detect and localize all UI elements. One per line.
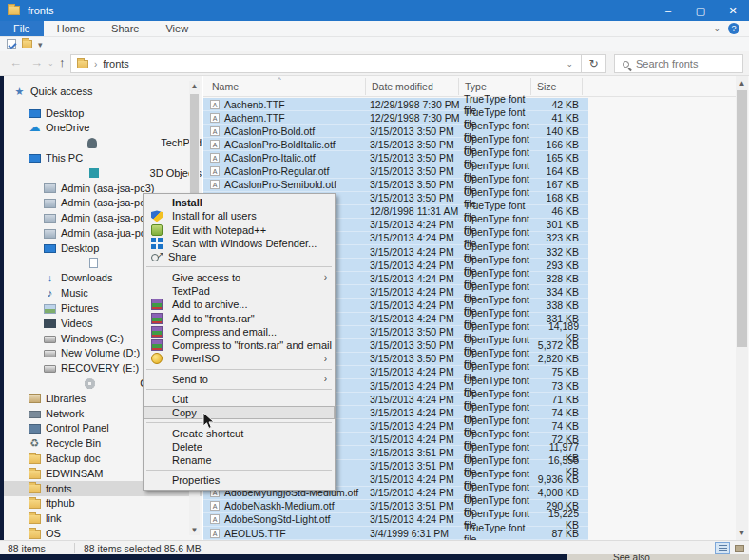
menu-item-install-for-all-users[interactable]: Install for all users [144,209,335,222]
address-bar[interactable]: › fronts ⌄ [70,54,582,73]
qat-new-folder-icon[interactable] [22,40,32,48]
date-modified-cell: 3/15/2013 3:51 PM [370,500,464,512]
menu-item-add-to-fronts-rar[interactable]: Add to "fronts.rar" [144,311,335,324]
search-input[interactable]: Search fronts [614,54,743,73]
cube-icon [89,168,99,178]
close-button[interactable]: ✕ [717,0,749,21]
desktop-background-strip: See also [0,554,749,560]
menu-item-install[interactable]: Install [144,196,335,209]
table-row[interactable]: AAEOLUS.TTF3/4/1999 6:31 PMTrueType font… [203,527,588,540]
menu-item-share[interactable]: Share [144,250,335,263]
scroll-up-icon[interactable]: ▲ [736,78,748,88]
sidebar-item-desktop[interactable]: Desktop [4,106,202,121]
drive-icon [44,336,56,343]
menu-item-scan-with-windows-defender[interactable]: Scan with Windows Defender... [144,237,335,250]
menu-item-poweriso[interactable]: PowerISO› [144,352,335,365]
menu-item-label: TextPad [172,285,210,297]
filelist-scroll-thumb[interactable] [737,90,747,347]
menu-item-copy[interactable]: Copy [144,406,335,419]
menu-item-add-to-archive[interactable]: Add to archive... [144,298,335,311]
sidebar-item-ftphub[interactable]: ftphub [4,496,202,512]
menu-item-textpad[interactable]: TextPad [144,284,335,298]
size-cell: 5,372 KB [536,339,583,351]
ribbon-expand-icon[interactable]: ⌄ [713,24,720,33]
file-name-cell: AAachenn.TTF [210,112,370,124]
date-modified-cell: 3/15/2013 4:24 PM [370,487,464,498]
sidebar-item-link[interactable]: link [4,511,202,526]
back-button[interactable]: ← [10,55,22,69]
menu-item-delete[interactable]: Delete [144,440,335,454]
sidebar-item-quick-access[interactable]: Quick access [4,84,202,99]
tab-file[interactable]: File [0,21,44,36]
recycle-icon [29,437,41,449]
scroll-down-icon[interactable]: ▼ [189,525,200,535]
sidebar-item-3d-objects[interactable]: 3D Objects [4,165,202,181]
sidebar-item-os[interactable]: OS [4,526,202,540]
font-file-icon: A [210,180,220,189]
menu-item-create-shortcut[interactable]: Create shortcut [144,426,335,439]
date-modified-cell: 3/15/2013 4:24 PM [370,420,464,432]
size-cell: 323 KB [536,232,583,243]
size-cell: 46 KB [536,205,583,217]
filelist-scrollbar[interactable]: ▲ ▼ [736,76,748,540]
items-count: 88 items [8,543,46,554]
minimize-button[interactable]: – [652,0,684,21]
size-cell: 73 KB [536,380,583,392]
menu-item-rename[interactable]: Rename [144,454,335,467]
winrar-icon [151,326,163,338]
menu-item-compress-to-fronts-rar-and-email[interactable]: Compress to "fronts.rar" and email [144,338,335,352]
column-header-type[interactable]: Type [465,81,487,92]
column-header-size[interactable]: Size [537,81,556,92]
menu-item-label: Edit with Notepad++ [172,224,266,236]
qat-customize-icon[interactable]: ▾ [38,40,43,49]
breadcrumb[interactable]: fronts [103,58,129,69]
qat-properties-icon[interactable] [7,39,16,49]
column-header-date[interactable]: Date modified [372,81,433,92]
menu-item-send-to[interactable]: Send to› [144,373,335,386]
up-button[interactable]: ↑ [59,55,66,69]
tab-home[interactable]: Home [44,21,98,36]
forward-button[interactable]: → [30,55,43,69]
sidebar-item-techpad[interactable]: TechPad [4,135,202,150]
tab-view[interactable]: View [152,21,202,36]
tab-share[interactable]: Share [98,21,152,36]
thumbnails-view-button[interactable] [732,542,747,554]
help-icon[interactable]: ? [728,23,739,34]
font-file-icon: A [210,166,220,176]
sidebar-item-label: Desktop [46,107,84,119]
menu-item-edit-with-notepad[interactable]: Edit with Notepad++ [144,223,335,237]
size-cell: 164 KB [536,165,583,177]
menu-item-properties[interactable]: Properties [144,473,335,487]
menu-item-label: Cut [172,394,188,405]
recent-locations-icon[interactable]: ⌄ [48,59,54,68]
title-bar[interactable]: fronts – ▢ ✕ [0,0,749,21]
menu-icon-placeholder [151,441,163,453]
menu-item-label: Properties [172,474,220,486]
size-cell: 9,936 KB [536,473,583,485]
document-icon [89,258,98,268]
size-cell: 166 KB [536,139,583,150]
file-name: AdobeSongStd-Light.otf [224,513,331,525]
sidebar-item-onedrive[interactable]: OneDrive [4,121,202,136]
date-modified-cell: 12/29/1998 7:30 PM [370,112,464,124]
font-file-icon: A [210,153,220,163]
address-dropdown-icon[interactable]: ⌄ [566,59,581,68]
details-view-button[interactable] [715,542,730,554]
sidebar-item-label: Control Panel [46,422,109,434]
maximize-button[interactable]: ▢ [684,0,717,21]
menu-item-compress-and-email[interactable]: Compress and email... [144,325,335,338]
menu-item-cut[interactable]: Cut [144,393,335,406]
sidebar-item-this-pc[interactable]: This PC [4,150,202,165]
menu-item-give-access-to[interactable]: Give access to› [144,270,335,283]
column-header-name[interactable]: Name [212,81,239,92]
size-cell: 301 KB [536,219,583,230]
scroll-up-icon[interactable]: ▲ [189,81,200,91]
refresh-button[interactable]: ↻ [582,54,606,73]
menu-item-label: Share [168,251,196,262]
menu-icon-placeholder [151,407,163,418]
font-file-icon: A [210,140,220,149]
font-file-icon: A [210,529,220,538]
scroll-down-icon[interactable]: ▼ [736,528,748,538]
date-modified-cell: 12/8/1998 11:31 AM [370,205,464,217]
date-modified-cell: 3/15/2013 4:24 PM [370,513,464,525]
